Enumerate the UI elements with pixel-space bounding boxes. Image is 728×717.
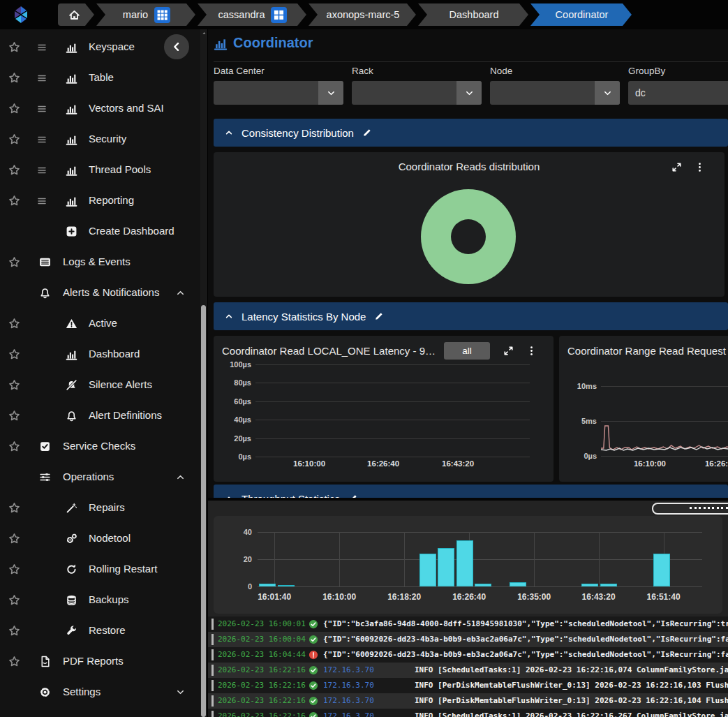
y-tick: 40µs [234,415,251,424]
y-tick: 5ms [581,417,597,425]
sidebar: Keyspace Table Vectors and SAI Security … [0,29,200,717]
chevron-up-icon[interactable] [176,473,185,482]
favorite-star-icon[interactable] [8,594,20,606]
gears-icon [66,533,77,545]
filter-node-select[interactable] [490,81,620,105]
favorite-star-icon[interactable] [8,133,20,145]
log-row[interactable]: 2026-02-23 16:22:16 172.16.3.70 INFO [Sc… [208,709,728,717]
log-row[interactable]: 2026-02-23 16:00:01 {"ID":"bc3afa86-94d8… [208,616,728,632]
chevron-up-icon[interactable] [225,312,233,320]
sidebar-item-create-dashboard[interactable]: Create Dashboard [0,216,200,247]
drag-handle-icon[interactable] [36,73,47,84]
sidebar-scrollbar-thumb[interactable] [201,305,206,717]
section-title: Latency Statistics By Node [242,311,366,323]
sidebar-item-operations[interactable]: Operations [0,462,200,493]
x-tick: 16:43:20 [442,459,474,468]
expand-icon[interactable] [671,162,682,172]
scrollbar-thumb[interactable] [690,507,728,509]
favorite-star-icon[interactable] [8,563,20,575]
section-header-latency-statistics[interactable]: Latency Statistics By Node [214,302,728,330]
chevron-down-icon[interactable] [465,89,474,98]
chevron-up-icon[interactable] [176,288,185,297]
filter-groupby-select[interactable]: dc [628,81,728,105]
sidebar-item-backups[interactable]: Backups [0,585,200,616]
gridline [255,383,530,383]
log-row[interactable]: 2026-02-23 16:00:04 {"ID":"60092026-dd23… [208,632,728,647]
sidebar-item-logs-events[interactable]: Logs & Events [0,247,200,278]
horizontal-scrollbar[interactable] [652,503,728,515]
sidebar-item-table[interactable]: Table [0,63,200,94]
pencil-icon[interactable] [362,128,372,138]
sidebar-item-label: Repairs [89,501,125,513]
panel-range-read-latency: Coordinator Range Read Request Latency 1… [559,336,728,482]
kebab-menu-icon[interactable] [526,346,537,356]
favorite-star-icon[interactable] [8,441,20,452]
sidebar-item-restore[interactable]: Restore [0,616,200,646]
favorite-star-icon[interactable] [8,195,20,207]
favorite-star-icon[interactable] [8,410,20,422]
drag-handle-icon[interactable] [36,134,47,145]
sidebar-item-reporting[interactable]: Reporting [0,186,200,216]
chevron-down-icon[interactable] [603,89,612,98]
favorite-star-icon[interactable] [8,533,20,545]
scroll-up-icon[interactable] [201,30,207,36]
section-header-consistency-distribution[interactable]: Consistency Distribution [214,119,728,147]
breadcrumb-item-home[interactable] [58,3,94,26]
sidebar-item-active[interactable]: Active [0,309,200,339]
chevron-down-icon[interactable] [176,688,185,697]
favorite-star-icon[interactable] [8,502,20,514]
y-tick: 100µs [230,360,251,369]
drag-handle-icon[interactable] [36,165,47,176]
drag-handle-icon[interactable] [36,195,47,207]
favorite-star-icon[interactable] [8,256,20,268]
favorite-star-icon[interactable] [8,318,20,330]
favorite-star-icon[interactable] [8,41,20,53]
sidebar-item-pdf-reports[interactable]: PDF Reports [0,646,200,677]
breadcrumb-item-axonops-marc-5[interactable]: axonops-marc-5 [309,3,416,26]
sidebar-item-security[interactable]: Security [0,124,200,155]
log-row[interactable]: 2026-02-23 16:22:16 172.16.3.70 INFO [Sc… [208,663,728,678]
sidebar-item-vectors-and-sai[interactable]: Vectors and SAI [0,94,200,124]
log-row[interactable]: 2026-02-23 16:22:16 172.16.3.70 INFO [Pe… [208,693,728,709]
chevron-down-icon[interactable] [327,89,336,98]
pencil-icon[interactable] [374,311,384,321]
kebab-menu-icon[interactable] [694,162,705,172]
expand-icon[interactable] [503,346,514,356]
dashboard-grid-icon[interactable] [271,7,287,23]
sidebar-item-service-checks[interactable]: Service Checks [0,431,200,462]
favorite-star-icon[interactable] [8,379,20,391]
sidebar-item-repairs[interactable]: Repairs [0,493,200,524]
filter-value: dc [635,87,646,98]
sidebar-item-rolling-restart[interactable]: Rolling Restart [0,554,200,585]
dashboard-grid-icon[interactable] [154,7,170,23]
chart-icon [66,103,77,114]
sidebar-item-settings[interactable]: Settings [0,677,200,708]
drag-handle-icon[interactable] [36,42,47,53]
sidebar-scrollbar[interactable] [200,29,208,717]
filter-data-center-select[interactable] [214,81,343,105]
drag-handle-icon[interactable] [36,103,47,114]
favorite-star-icon[interactable] [8,348,20,360]
chevron-up-icon[interactable] [225,128,233,137]
breadcrumb-item-coordinator[interactable]: Coordinator [530,3,632,26]
sidebar-item-dashboard[interactable]: Dashboard [0,339,200,370]
favorite-star-icon[interactable] [8,625,20,637]
sidebar-collapse-button[interactable] [164,34,189,59]
breadcrumb-item-mario[interactable]: mario [96,3,195,26]
breadcrumb-item-dashboard[interactable]: Dashboard [418,3,528,26]
favorite-star-icon[interactable] [8,72,20,84]
favorite-star-icon[interactable] [8,656,20,667]
sidebar-item-alert-definitions[interactable]: Alert Definitions [0,401,200,431]
log-row[interactable]: 2026-02-23 16:22:16 172.16.3.70 INFO [Pe… [208,678,728,693]
breadcrumb-item-cassandra[interactable]: cassandra [198,3,306,26]
favorite-star-icon[interactable] [8,164,20,176]
sidebar-item-silence-alerts[interactable]: Silence Alerts [0,370,200,401]
sidebar-item-nodetool[interactable]: Nodetool [0,524,200,554]
series-selector-dropdown[interactable]: all [444,342,490,360]
filter-rack-select[interactable] [352,81,482,105]
sidebar-item-alerts-notifications[interactable]: Alerts & Notifications [0,278,200,309]
log-row[interactable]: 2026-02-23 16:04:44 {"ID":"60092026-dd23… [208,647,728,663]
favorite-star-icon[interactable] [8,103,20,114]
sidebar-item-thread-pools[interactable]: Thread Pools [0,155,200,186]
log-host-ip: 172.16.3.70 [323,681,374,690]
